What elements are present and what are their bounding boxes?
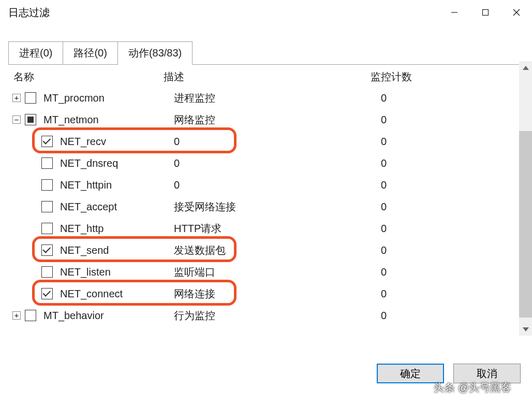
row-count: 0 <box>381 310 524 322</box>
tree-row[interactable]: NET_httpHTTP请求0 <box>12 218 524 239</box>
checkbox[interactable] <box>41 179 53 191</box>
row-desc: 网络监控 <box>174 113 381 127</box>
row-desc: 发送数据包 <box>174 243 381 257</box>
row-count: 0 <box>381 92 524 104</box>
tree-row[interactable]: +MT_procmon进程监控0 <box>12 87 524 109</box>
tree-row[interactable]: +MT_behavior行为监控0 <box>12 305 524 326</box>
row-count: 0 <box>381 157 524 169</box>
row-desc: 行为监控 <box>174 309 381 323</box>
row-name: NET_recv <box>60 136 174 148</box>
tab-action[interactable]: 动作(83/83) <box>118 41 193 65</box>
row-name: NET_httpin <box>60 179 174 191</box>
row-count: 0 <box>381 136 524 148</box>
window-title: 日志过滤 <box>8 6 50 20</box>
svg-rect-1 <box>483 10 489 16</box>
tree-row[interactable]: NET_accept接受网络连接0 <box>12 196 524 218</box>
tabs: 进程(0) 路径(0) 动作(83/83) <box>8 41 524 64</box>
tree-row[interactable]: NET_dnsreq00 <box>12 152 524 174</box>
expand-icon[interactable]: + <box>12 311 21 320</box>
checkbox[interactable] <box>41 288 53 299</box>
row-name: NET_send <box>60 244 174 256</box>
tree-row[interactable]: NET_send发送数据包0 <box>12 239 524 261</box>
row-desc: 监听端口 <box>174 265 381 279</box>
row-count: 0 <box>381 201 524 213</box>
row-name: NET_accept <box>60 201 174 213</box>
row-count: 0 <box>381 266 524 278</box>
cancel-button[interactable]: 取消 <box>453 364 521 383</box>
content: 进程(0) 路径(0) 动作(83/83) 名称 描述 监控计数 +MT_pro… <box>0 41 532 346</box>
row-desc: 0 <box>174 136 381 148</box>
minimize-button[interactable] <box>439 0 470 25</box>
row-count: 0 <box>381 244 524 256</box>
svg-marker-4 <box>523 66 529 70</box>
checkbox[interactable] <box>41 266 53 278</box>
scrollbar-thumb[interactable] <box>519 131 532 318</box>
row-name: NET_dnsreq <box>60 157 174 169</box>
window-controls <box>439 0 532 25</box>
svg-marker-5 <box>523 327 529 332</box>
tab-process[interactable]: 进程(0) <box>8 41 63 65</box>
checkbox[interactable] <box>25 114 36 125</box>
expand-icon[interactable]: + <box>12 94 21 102</box>
row-name: MT_behavior <box>43 310 174 322</box>
row-count: 0 <box>381 179 524 191</box>
row-desc: 进程监控 <box>174 91 381 105</box>
row-desc: HTTP请求 <box>174 222 381 236</box>
row-desc: 网络连接 <box>174 287 381 301</box>
checkbox[interactable] <box>41 223 53 234</box>
checkbox[interactable] <box>41 136 53 147</box>
close-button[interactable] <box>501 0 532 25</box>
row-name: NET_connect <box>60 288 174 300</box>
tree-row[interactable]: NET_listen监听端口0 <box>12 261 524 283</box>
tab-path[interactable]: 路径(0) <box>63 41 117 65</box>
collapse-icon[interactable]: − <box>12 116 21 124</box>
col-count-header[interactable]: 监控计数 <box>371 70 524 84</box>
row-desc: 0 <box>174 157 381 169</box>
tree-row[interactable]: NET_httpin00 <box>12 174 524 196</box>
tree-row[interactable]: NET_connect网络连接0 <box>12 283 524 305</box>
tree-row[interactable]: −MT_netmon网络监控0 <box>12 109 524 131</box>
checkbox[interactable] <box>25 92 36 104</box>
row-name: NET_listen <box>60 266 174 278</box>
row-name: NET_http <box>60 223 174 235</box>
titlebar: 日志过滤 <box>0 0 532 25</box>
checkbox[interactable] <box>25 310 36 321</box>
row-name: MT_procmon <box>43 92 174 104</box>
dialog-buttons: 确定 取消 <box>377 364 521 383</box>
scroll-down-arrow-icon[interactable] <box>519 323 532 336</box>
scrollbar[interactable] <box>519 61 532 336</box>
ok-button[interactable]: 确定 <box>377 364 444 383</box>
tree-row[interactable]: NET_recv00 <box>12 131 524 152</box>
columns-header: 名称 描述 监控计数 <box>8 68 524 87</box>
row-count: 0 <box>381 288 524 300</box>
checkbox[interactable] <box>41 244 53 256</box>
row-name: MT_netmon <box>43 114 174 126</box>
tab-panel: 名称 描述 监控计数 +MT_procmon进程监控0−MT_netmon网络监… <box>8 64 524 346</box>
tree: +MT_procmon进程监控0−MT_netmon网络监控0NET_recv0… <box>8 87 524 346</box>
row-desc: 接受网络连接 <box>174 200 381 214</box>
scroll-up-arrow-icon[interactable] <box>519 61 532 74</box>
col-desc-header[interactable]: 描述 <box>164 70 371 84</box>
checkbox[interactable] <box>41 157 53 169</box>
checkbox[interactable] <box>41 201 53 212</box>
col-name-header[interactable]: 名称 <box>13 70 164 84</box>
row-desc: 0 <box>174 179 381 191</box>
row-count: 0 <box>381 114 524 126</box>
row-count: 0 <box>381 223 524 235</box>
maximize-button[interactable] <box>470 0 501 25</box>
